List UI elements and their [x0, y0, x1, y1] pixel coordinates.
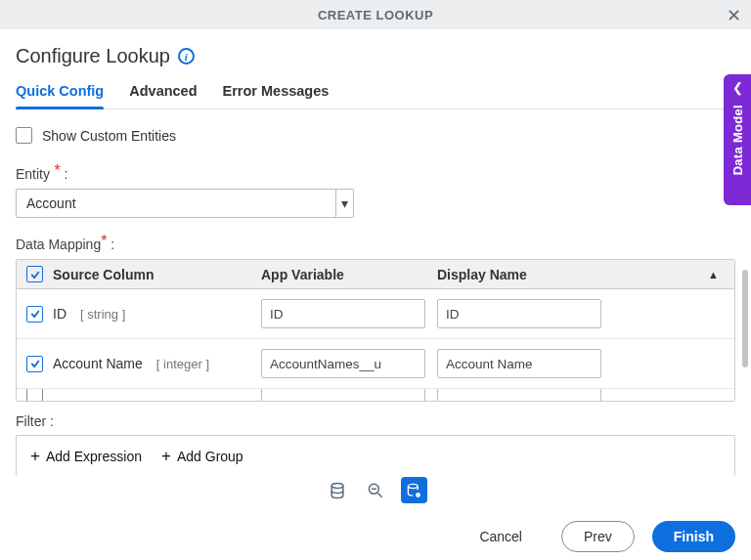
data-model-label: Data Model: [730, 105, 745, 175]
row-source-name: ID: [53, 306, 66, 322]
svg-point-4: [408, 484, 418, 488]
sort-asc-icon[interactable]: ▲: [708, 269, 719, 280]
plus-icon: +: [30, 448, 40, 464]
header-app-variable[interactable]: App Variable: [261, 267, 437, 282]
table-header: Source Column App Variable Display Name …: [17, 260, 734, 289]
page-title: Configure Lookup: [16, 45, 170, 67]
table-row-cutoff: .: [17, 389, 734, 401]
row-checkbox[interactable]: [26, 356, 43, 372]
filter-label: Filter :: [16, 413, 735, 429]
cancel-button[interactable]: Cancel: [458, 521, 544, 552]
show-custom-entities-checkbox[interactable]: [16, 127, 32, 144]
row-appvar-input[interactable]: [261, 299, 425, 328]
tab-quick-config[interactable]: Quick Config: [16, 77, 104, 108]
table-row: ID [ string ]: [17, 289, 734, 339]
database-icon[interactable]: [325, 477, 351, 503]
modal-body: Configure Lookup i Quick Config Advanced…: [0, 29, 751, 476]
finish-button[interactable]: Finish: [652, 521, 735, 552]
tabs: Quick Config Advanced Error Messages: [16, 77, 735, 109]
modal-header: CREATE LOOKUP ✕: [0, 0, 751, 29]
chevron-left-icon: ❮: [732, 80, 743, 95]
show-custom-entities-row: Show Custom Entities: [16, 127, 735, 144]
page-title-row: Configure Lookup i: [16, 45, 735, 67]
row-type-hint: [ string ]: [80, 307, 125, 322]
svg-line-2: [378, 493, 382, 496]
header-display-name[interactable]: Display Name: [437, 267, 527, 282]
entity-label: Entity * :: [16, 165, 735, 183]
table-row: Account Name [ integer ]: [17, 339, 734, 389]
tab-advanced[interactable]: Advanced: [129, 77, 197, 108]
close-icon[interactable]: ✕: [727, 5, 741, 26]
chevron-down-icon: ▾: [335, 190, 353, 217]
filter-box: + Add Expression + Add Group: [16, 435, 735, 476]
row-display-input[interactable]: [437, 349, 601, 378]
bottom-toolbar: [0, 473, 751, 509]
tab-error-messages[interactable]: Error Messages: [223, 77, 330, 108]
add-expression-button[interactable]: + Add Expression: [30, 448, 142, 464]
row-type-hint: [ integer ]: [156, 357, 209, 371]
zoom-out-icon[interactable]: [363, 477, 389, 503]
svg-point-0: [331, 483, 343, 488]
header-source-column[interactable]: Source Column: [53, 267, 154, 282]
row-display-input[interactable]: [437, 299, 601, 328]
row-checkbox[interactable]: [26, 389, 43, 401]
scrollbar[interactable]: [742, 270, 748, 367]
modal-title: CREATE LOOKUP: [318, 8, 433, 22]
info-icon[interactable]: i: [178, 48, 195, 65]
database-settings-icon[interactable]: [401, 477, 427, 503]
data-mapping-table: Source Column App Variable Display Name …: [16, 259, 735, 402]
row-appvar-input[interactable]: [261, 389, 425, 401]
row-appvar-input[interactable]: [261, 349, 425, 378]
show-custom-entities-label: Show Custom Entities: [42, 128, 176, 144]
row-checkbox[interactable]: [26, 306, 43, 323]
data-mapping-label: Data Mapping* :: [16, 236, 735, 253]
svg-point-6: [418, 494, 420, 495]
select-all-checkbox[interactable]: [26, 266, 43, 282]
plus-icon: +: [161, 448, 171, 464]
entity-value: Account: [26, 195, 76, 211]
data-model-panel-toggle[interactable]: ❮ Data Model: [724, 74, 751, 205]
entity-select[interactable]: Account ▾: [16, 189, 354, 218]
footer: Cancel Prev Finish: [458, 521, 735, 552]
add-group-button[interactable]: + Add Group: [161, 448, 243, 464]
row-display-input[interactable]: [437, 389, 601, 401]
prev-button[interactable]: Prev: [561, 521, 635, 552]
row-source-name: Account Name: [53, 356, 143, 371]
